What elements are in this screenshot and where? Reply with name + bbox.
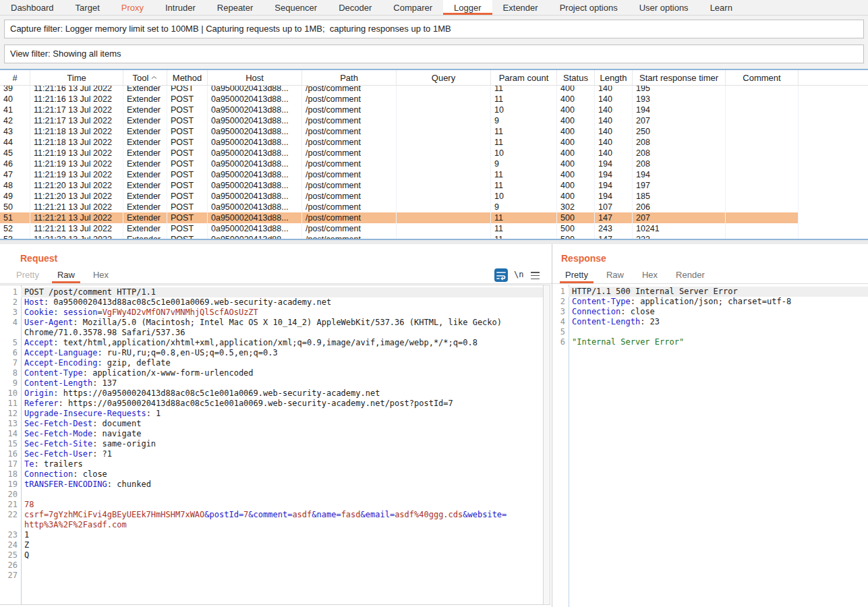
menu-tab-decoder[interactable]: Decoder <box>328 0 382 15</box>
column-label: Param count <box>499 73 549 83</box>
menu-tab-proxy[interactable]: Proxy <box>111 0 154 15</box>
column-label: Method <box>173 73 202 83</box>
table-row[interactable]: 4211:21:17 13 Jul 2022ExtenderPOST0a9500… <box>0 115 799 126</box>
request-editor[interactable]: 1POST /post/comment HTTP/1.12Host: 0a950… <box>0 285 543 605</box>
column-header-tool[interactable]: Tool <box>123 70 167 85</box>
table-row[interactable]: 4711:21:19 13 Jul 2022ExtenderPOST0a9500… <box>0 169 799 180</box>
table-row[interactable]: 4011:21:16 13 Jul 2022ExtenderPOST0a9500… <box>0 94 799 105</box>
tab-pretty[interactable]: Pretty <box>560 268 594 283</box>
tab-hex[interactable]: Hex <box>637 268 663 283</box>
cell-tool: Extender <box>123 191 167 202</box>
menu-tab-user-options[interactable]: User options <box>629 0 699 15</box>
column-header-hash[interactable]: # <box>0 70 30 85</box>
cell-host: 0a9500020413d88... <box>208 137 302 148</box>
line-number: 4 <box>0 318 21 328</box>
editor-menu-icon[interactable] <box>531 272 540 279</box>
cell-comment <box>726 148 799 158</box>
column-label: Host <box>245 73 264 83</box>
column-header-length[interactable]: Length <box>595 70 633 85</box>
tab-raw[interactable]: Raw <box>52 268 80 283</box>
line-number: 3 <box>552 307 569 317</box>
cell-comment <box>726 137 799 148</box>
table-row[interactable]: 3911:21:16 13 Jul 2022ExtenderPOST0a9500… <box>0 86 799 94</box>
menu-tab-extender[interactable]: Extender <box>492 0 549 15</box>
menu-tab-learn[interactable]: Learn <box>699 0 743 15</box>
cell-path: /post/comment <box>302 86 397 94</box>
table-body[interactable]: 3911:21:16 13 Jul 2022ExtenderPOST0a9500… <box>0 86 868 239</box>
cell-param-count: 9 <box>491 158 557 169</box>
cell-param-count: 9 <box>491 202 557 212</box>
view-filter-bar[interactable]: View filter: Showing all items <box>4 45 864 63</box>
line-number: 21 <box>0 500 21 510</box>
code-line: 1POST /post/comment HTTP/1.1 <box>0 287 543 297</box>
code-line: 231 <box>0 530 543 540</box>
column-header-path[interactable]: Path <box>302 70 397 85</box>
code-text: Content-Length: 137 <box>21 378 543 388</box>
nonprintable-toggle-icon[interactable]: \n <box>514 270 523 279</box>
tab-pretty[interactable]: Pretty <box>11 268 45 283</box>
cell-query <box>397 191 491 202</box>
cell-path: /post/comment <box>302 212 397 223</box>
menu-tab-comparer[interactable]: Comparer <box>382 0 443 15</box>
column-header-param-count[interactable]: Param count <box>491 70 557 85</box>
menu-tab-project-options[interactable]: Project options <box>549 0 629 15</box>
tab-render[interactable]: Render <box>670 268 710 283</box>
code-text: Upgrade-Insecure-Requests: 1 <box>21 409 543 419</box>
code-text: Origin: https://0a9500020413d88ac08c5c1e… <box>21 388 543 399</box>
cell-query <box>397 234 491 239</box>
line-number: 5 <box>0 338 21 348</box>
column-label: Status <box>563 73 588 83</box>
line-number: 16 <box>0 449 21 459</box>
menu-tab-target[interactable]: Target <box>65 0 111 15</box>
menu-tab-dashboard[interactable]: Dashboard <box>0 0 65 15</box>
cell-status: 500 <box>557 212 595 223</box>
column-header-host[interactable]: Host <box>208 70 302 85</box>
cell-start-response-timer: 193 <box>633 94 726 105</box>
capture-filter-bar[interactable]: Capture filter: Logger memory limit set … <box>4 20 864 38</box>
cell-host: 0a9500020413d88... <box>208 94 302 105</box>
code-line: 17Te: trailers <box>0 459 543 469</box>
column-header-status[interactable]: Status <box>557 70 595 85</box>
cell-tool: Extender <box>123 86 167 94</box>
column-header-method[interactable]: Method <box>167 70 208 85</box>
cell-query <box>397 202 491 212</box>
table-row[interactable]: 4511:21:19 13 Jul 2022ExtenderPOST0a9500… <box>0 148 799 158</box>
line-number: 14 <box>0 429 21 439</box>
table-row[interactable]: 4411:21:18 13 Jul 2022ExtenderPOST0a9500… <box>0 137 799 148</box>
column-label: Tool <box>133 73 149 83</box>
column-header-query[interactable]: Query <box>397 70 491 85</box>
menu-tab-sequencer[interactable]: Sequencer <box>264 0 328 15</box>
table-row[interactable]: 5211:21:21 13 Jul 2022ExtenderPOST0a9500… <box>0 223 799 234</box>
cell-path: /post/comment <box>302 137 397 148</box>
table-row[interactable]: 5011:21:21 13 Jul 2022ExtenderPOST0a9500… <box>0 202 799 212</box>
table-row[interactable]: 4311:21:18 13 Jul 2022ExtenderPOST0a9500… <box>0 126 799 137</box>
column-header-comment[interactable]: Comment <box>726 70 799 85</box>
word-wrap-icon[interactable] <box>494 268 508 282</box>
request-scrollbar[interactable] <box>543 285 550 605</box>
code-line: Chrome/71.0.3578.98 Safari/537.36 <box>0 328 543 338</box>
code-line: 7Accept-Encoding: gzip, deflate <box>0 358 543 368</box>
table-row[interactable]: 5111:21:21 13 Jul 2022ExtenderPOST0a9500… <box>0 212 799 223</box>
code-text: Content-Type: application/x-www-form-url… <box>21 368 543 378</box>
line-number: 18 <box>0 469 21 480</box>
tab-raw[interactable]: Raw <box>601 268 629 283</box>
table-row[interactable]: 4911:21:20 13 Jul 2022ExtenderPOST0a9500… <box>0 191 799 202</box>
table-row[interactable]: 4611:21:19 13 Jul 2022ExtenderPOST0a9500… <box>0 158 799 169</box>
code-text <box>569 327 868 337</box>
code-line: 8Content-Type: application/x-www-form-ur… <box>0 368 543 378</box>
code-text: Accept-Language: ru-RU,ru;q=0.8,en-US;q=… <box>21 348 543 358</box>
tab-hex[interactable]: Hex <box>88 268 114 283</box>
menu-tab-logger[interactable]: Logger <box>443 0 492 15</box>
code-line: 3Connection: close <box>552 307 868 317</box>
sort-asc-icon <box>151 76 157 80</box>
column-header-time[interactable]: Time <box>30 70 123 85</box>
column-header-start-response-timer[interactable]: Start response timer <box>633 70 726 85</box>
menu-tab-repeater[interactable]: Repeater <box>206 0 264 15</box>
menu-tab-intruder[interactable]: Intruder <box>154 0 206 15</box>
table-row[interactable]: 4811:21:20 13 Jul 2022ExtenderPOST0a9500… <box>0 180 799 191</box>
response-editor[interactable]: 1HTTP/1.1 500 Internal Server Error2Cont… <box>552 285 868 607</box>
line-number <box>0 328 21 338</box>
cell-start-response-timer: 197 <box>633 180 726 191</box>
table-row[interactable]: 4111:21:17 13 Jul 2022ExtenderPOST0a9500… <box>0 105 799 115</box>
table-row[interactable]: 5311:21:22 13 Jul 2022ExtenderPOST0a9500… <box>0 234 799 239</box>
